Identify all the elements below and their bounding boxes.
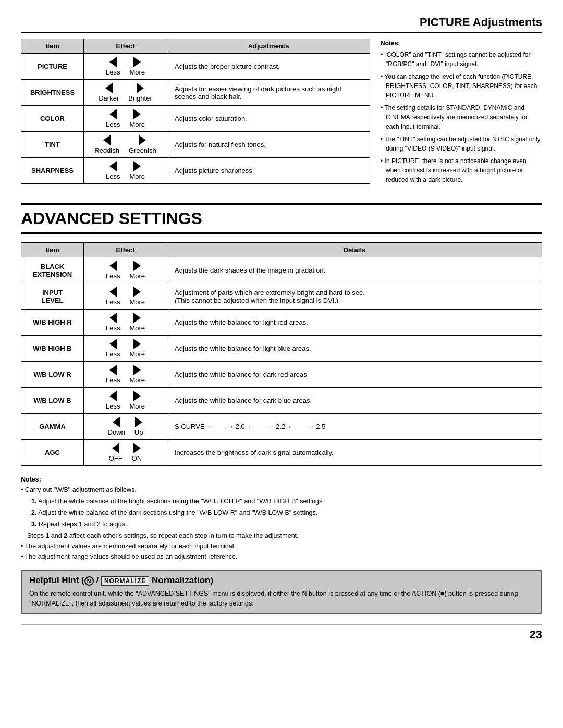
left-arrow-icon bbox=[109, 261, 117, 271]
picture-notes: Notes: "COLOR" and "TINT" settings canno… bbox=[381, 39, 542, 188]
advanced-details-cell: Adjusts the white balance for light red … bbox=[167, 310, 542, 336]
picture-note-item: In PICTURE, there is not a noticeable ch… bbox=[381, 156, 542, 184]
right-arrow-label: More bbox=[129, 272, 145, 280]
col-adjustments: Adjustments bbox=[167, 39, 370, 54]
advanced-notes-list: Carry out "W/B" adjustment as follows. 1… bbox=[21, 485, 542, 529]
left-arrow-label: Less bbox=[106, 350, 120, 358]
left-arrow-label: Less bbox=[106, 298, 120, 306]
advanced-item-cell: GAMMA bbox=[21, 414, 84, 440]
extra-notes: Steps 1 and 2 affect each other's settin… bbox=[21, 530, 542, 562]
advanced-notes-title: Notes: bbox=[21, 474, 542, 485]
picture-adjustment-cell: Adjusts for natural flesh tones. bbox=[167, 132, 370, 158]
advanced-row: W/B HIGH B Less More Adjusts the white b… bbox=[21, 336, 542, 362]
picture-table-wrap: Item Effect Adjustments PICTURE Less Mor… bbox=[21, 39, 370, 188]
right-arrow-label: More bbox=[129, 120, 145, 128]
right-arrow-icon bbox=[133, 391, 141, 401]
advanced-item-cell: INPUTLEVEL bbox=[21, 283, 84, 310]
picture-item-cell: BRIGHTNESS bbox=[21, 80, 84, 106]
picture-effect-cell: Less More bbox=[84, 106, 167, 132]
advanced-item-cell: W/B LOW B bbox=[21, 388, 84, 414]
left-arrow-label: Reddish bbox=[94, 146, 119, 154]
left-arrow-label: OFF bbox=[109, 454, 123, 462]
advanced-effect-cell: Down Up bbox=[84, 414, 167, 440]
right-arrow-icon bbox=[133, 287, 141, 297]
picture-note-item: The "TINT" setting can be adjusted for N… bbox=[381, 134, 542, 153]
right-arrow-icon bbox=[133, 57, 141, 67]
right-arrow-label: Up bbox=[134, 428, 143, 436]
left-arrow-icon bbox=[109, 339, 117, 349]
right-arrow-label: More bbox=[129, 298, 145, 306]
advanced-effect-cell: Less More bbox=[84, 336, 167, 362]
helpful-hint-body: On the remote control unit, while the "A… bbox=[29, 589, 534, 609]
col-item: Item bbox=[21, 39, 84, 54]
left-arrow-label: Less bbox=[106, 376, 120, 384]
advanced-details-cell: Adjusts the white balance for dark red a… bbox=[167, 362, 542, 388]
advanced-note-wb: Carry out "W/B" adjustment as follows. 1… bbox=[21, 485, 542, 529]
left-arrow-icon bbox=[112, 443, 119, 453]
wb-step: 3. Repeat steps 1 and 2 to adjust. bbox=[38, 519, 542, 529]
picture-row: TINT Reddish Greenish Adjusts for natura… bbox=[21, 132, 370, 158]
right-arrow-icon bbox=[139, 135, 146, 145]
right-arrow-label: More bbox=[129, 172, 145, 180]
left-arrow-icon bbox=[103, 135, 111, 145]
right-arrow-label: Greenish bbox=[129, 146, 156, 154]
picture-item-cell: TINT bbox=[21, 132, 84, 158]
picture-item-cell: PICTURE bbox=[21, 54, 84, 80]
advanced-effect-cell: Less More bbox=[84, 310, 167, 336]
right-arrow-icon bbox=[133, 339, 141, 349]
wb-steps: 1. Adjust the white balance of the brigh… bbox=[38, 496, 542, 529]
picture-adjustment-cell: Adjusts the proper picture contrast. bbox=[167, 54, 370, 80]
right-arrow-label: More bbox=[129, 402, 145, 410]
advanced-details-cell: Adjusts the dark shades of the image in … bbox=[167, 257, 542, 283]
adv-col-details: Details bbox=[167, 243, 542, 257]
advanced-item-cell: W/B HIGH R bbox=[21, 310, 84, 336]
advanced-effect-cell: Less More bbox=[84, 283, 167, 310]
left-arrow-label: Less bbox=[106, 68, 120, 76]
advanced-details-cell: Adjustment of parts which are extremely … bbox=[167, 283, 542, 310]
advanced-row: W/B LOW B Less More Adjusts the white ba… bbox=[21, 388, 542, 414]
extra-note: Steps 1 and 2 affect each other's settin… bbox=[27, 530, 542, 541]
picture-row: BRIGHTNESS Darker Brighter Adjusts for e… bbox=[21, 80, 370, 106]
advanced-item-cell: BLACKEXTENSION bbox=[21, 257, 84, 283]
picture-effect-cell: Less More bbox=[84, 54, 167, 80]
left-arrow-label: Less bbox=[106, 324, 120, 332]
picture-section-title: PICTURE Adjustments bbox=[21, 16, 542, 33]
advanced-details-cell: Adjusts the white balance for light blue… bbox=[167, 336, 542, 362]
left-arrow-icon bbox=[109, 109, 117, 119]
advanced-details-cell: Increases the brightness of dark signal … bbox=[167, 440, 542, 466]
advanced-item-cell: AGC bbox=[21, 440, 84, 466]
right-arrow-label: Brighter bbox=[128, 94, 152, 102]
picture-item-cell: COLOR bbox=[21, 106, 84, 132]
advanced-section-title: ADVANCED SETTINGS bbox=[21, 203, 542, 234]
left-arrow-icon bbox=[113, 417, 120, 427]
right-arrow-label: More bbox=[129, 324, 145, 332]
helpful-hint-title: Helpful Hint (N / NORMALIZE Normalizatio… bbox=[29, 575, 534, 586]
picture-row: COLOR Less More Adjusts color saturation… bbox=[21, 106, 370, 132]
advanced-row: GAMMA Down Up S CURVE ←——→ 2.0 ←——→ 2.2 … bbox=[21, 414, 542, 440]
right-arrow-icon bbox=[133, 161, 141, 171]
right-arrow-icon bbox=[135, 417, 142, 427]
picture-notes-list: "COLOR" and "TINT" settings cannot be ad… bbox=[381, 50, 542, 184]
right-arrow-icon bbox=[133, 365, 141, 375]
picture-adjustment-cell: Adjusts color saturation. bbox=[167, 106, 370, 132]
picture-effect-cell: Darker Brighter bbox=[84, 80, 167, 106]
advanced-notes: Notes: Carry out "W/B" adjustment as fol… bbox=[21, 474, 542, 562]
left-arrow-label: Less bbox=[106, 402, 120, 410]
left-arrow-icon bbox=[109, 287, 117, 297]
advanced-row: AGC OFF ON Increases the brightness of d… bbox=[21, 440, 542, 466]
n-circle: N bbox=[84, 576, 94, 586]
left-arrow-icon bbox=[109, 391, 117, 401]
col-effect: Effect bbox=[84, 39, 167, 54]
helpful-hint-box: Helpful Hint (N / NORMALIZE Normalizatio… bbox=[21, 570, 542, 614]
right-arrow-icon bbox=[137, 83, 144, 93]
adv-col-effect: Effect bbox=[84, 243, 167, 257]
advanced-effect-cell: OFF ON bbox=[84, 440, 167, 466]
right-arrow-icon bbox=[133, 109, 141, 119]
advanced-effect-cell: Less More bbox=[84, 257, 167, 283]
advanced-details-cell: S CURVE ←——→ 2.0 ←——→ 2.2 ←——→ 2.5 bbox=[167, 414, 542, 440]
left-arrow-icon bbox=[109, 365, 117, 375]
normalization-label: Normalization) bbox=[152, 575, 213, 585]
advanced-section: ADVANCED SETTINGS Item Effect Details BL… bbox=[21, 203, 542, 614]
advanced-row: W/B LOW R Less More Adjusts the white ba… bbox=[21, 362, 542, 388]
picture-effect-cell: Less More bbox=[84, 158, 167, 184]
